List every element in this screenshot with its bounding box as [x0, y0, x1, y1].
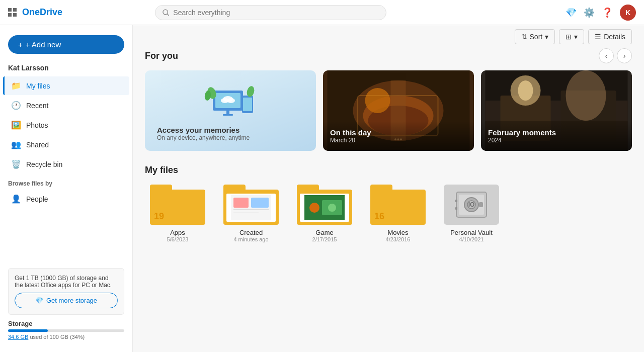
- svg-point-10: [227, 98, 235, 103]
- svg-rect-14: [243, 98, 252, 111]
- folder-created[interactable]: 23 Crea: [218, 185, 284, 242]
- sidebar-item-label: Recycle bin: [26, 160, 62, 168]
- svg-rect-50: [455, 200, 457, 202]
- apps-grid-icon[interactable]: [8, 8, 17, 17]
- folder-game-date: 2/17/2015: [312, 236, 337, 242]
- svg-rect-1: [13, 8, 17, 12]
- settings-icon[interactable]: ⚙️: [584, 7, 595, 18]
- content-area: For you ‹ ›: [133, 48, 644, 254]
- folder-created-preview: [231, 195, 271, 220]
- person-icon: 👤: [11, 194, 21, 204]
- memories-illustration: [203, 80, 258, 121]
- for-you-section-title: For you ‹ ›: [145, 48, 632, 63]
- toolbar: ⇅ Sort ▾ ⊞ ▾ ☰ Details: [133, 25, 644, 48]
- folder-game[interactable]: 6 Game: [292, 185, 357, 242]
- vault-safe-icon: IO: [454, 190, 489, 220]
- storage-section-label: Storage: [8, 320, 124, 327]
- search-input[interactable]: [173, 9, 379, 17]
- details-label: Details: [604, 33, 625, 41]
- view-button[interactable]: ⊞ ▾: [559, 29, 584, 44]
- sidebar-item-my-files[interactable]: 📁 My files: [3, 76, 129, 95]
- vault-icon: IO: [444, 185, 499, 225]
- my-files-section-title: My files: [145, 165, 632, 175]
- avatar[interactable]: K: [620, 5, 636, 21]
- folder-created-name: Created: [239, 229, 263, 236]
- february-moments-card[interactable]: February moments 2024: [481, 70, 632, 151]
- view-chevron-icon: ▾: [574, 33, 578, 41]
- sidebar-item-label: Shared: [26, 141, 49, 149]
- svg-point-4: [163, 10, 168, 15]
- get-storage-label: Get more storage: [46, 297, 97, 304]
- sidebar-bottom: Get 1 TB (1000 GB) of storage and the la…: [0, 262, 132, 346]
- sort-button[interactable]: ⇅ Sort ▾: [515, 29, 555, 44]
- get-storage-button[interactable]: 💎 Get more storage: [15, 293, 118, 308]
- help-icon[interactable]: ❓: [602, 7, 613, 18]
- folder-movies[interactable]: 16 Movies 4/23/2016: [365, 185, 431, 242]
- svg-point-32: [566, 70, 606, 121]
- folder-apps[interactable]: 19 Apps 5/6/2023: [145, 185, 210, 242]
- memories-card[interactable]: Access your memories On any device, anyw…: [145, 70, 316, 151]
- details-icon: ☰: [595, 33, 601, 41]
- folder-game-preview: [304, 195, 345, 220]
- add-new-button[interactable]: + + Add new: [8, 35, 124, 54]
- sidebar-item-photos[interactable]: 🖼️ Photos: [3, 116, 129, 134]
- sidebar-item-label: People: [26, 195, 48, 203]
- folder-icon: 📁: [11, 81, 21, 91]
- sidebar-item-shared[interactable]: 👥 Shared: [3, 135, 129, 154]
- sidebar-item-people[interactable]: 👤 People: [3, 190, 129, 208]
- diamond-icon[interactable]: 💎: [566, 7, 577, 18]
- folder-movies-count: 16: [374, 211, 384, 222]
- folder-created-date: 4 minutes ago: [233, 236, 268, 242]
- folder-game-icon: 6: [297, 185, 352, 225]
- diamond-small-icon: 💎: [35, 297, 43, 304]
- sidebar-item-label: Recent: [26, 102, 48, 110]
- february-subtitle: 2024: [488, 137, 625, 144]
- svg-line-5: [168, 14, 169, 15]
- svg-rect-49: [479, 202, 483, 207]
- svg-rect-11: [226, 111, 229, 115]
- storage-usage-text: 34.6 GB used of 100 GB (34%): [8, 334, 124, 340]
- folder-movies-name: Movies: [387, 229, 408, 236]
- sidebar-item-label: My files: [26, 82, 50, 90]
- sort-chevron-icon: ▾: [545, 33, 548, 41]
- svg-rect-12: [223, 114, 233, 116]
- vault-name: Personal Vault: [450, 229, 493, 236]
- details-button[interactable]: ☰ Details: [588, 29, 632, 44]
- clock-icon: 🕐: [11, 101, 21, 110]
- on-this-day-overlay: On this day March 20: [323, 121, 474, 151]
- search-bar[interactable]: [155, 5, 386, 20]
- february-overlay: February moments 2024: [481, 121, 632, 151]
- on-this-day-card[interactable]: ●●● On this day March 20: [323, 70, 474, 151]
- svg-rect-51: [455, 207, 457, 210]
- storage-promo: Get 1 TB (1000 GB) of storage and the la…: [8, 268, 124, 315]
- search-icon: [163, 9, 169, 16]
- carousel-next-button[interactable]: ›: [617, 48, 632, 63]
- storage-bar-fill: [8, 329, 48, 332]
- carousel-prev-button[interactable]: ‹: [599, 48, 614, 63]
- for-you-title-text: For you: [145, 51, 178, 61]
- folder-personal-vault[interactable]: IO Personal Vault 4/10/2021: [439, 185, 504, 242]
- trash-icon: 🗑️: [11, 159, 21, 169]
- sidebar: + + Add new Kat Larsson 📁 My files 🕐 Rec…: [0, 25, 133, 352]
- storage-used-link[interactable]: 34.6 GB: [8, 334, 28, 340]
- sort-label: Sort: [530, 33, 543, 41]
- svg-rect-2: [8, 13, 12, 17]
- folder-movies-icon: 16: [370, 185, 426, 225]
- photo-icon: 🖼️: [11, 120, 21, 130]
- user-name: Kat Larsson: [0, 62, 132, 76]
- sidebar-item-label: Photos: [26, 121, 48, 129]
- shared-icon: 👥: [11, 140, 21, 149]
- sort-icon: ⇅: [521, 33, 527, 41]
- folder-game-name: Game: [315, 229, 333, 236]
- folder-apps-date: 5/6/2023: [167, 236, 189, 242]
- storage-bar-background: [8, 329, 124, 332]
- add-new-label: + Add new: [26, 40, 61, 49]
- folder-apps-count: 19: [154, 211, 164, 222]
- sidebar-item-recent[interactable]: 🕐 Recent: [3, 96, 129, 115]
- carousel-arrows: ‹ ›: [599, 48, 632, 63]
- svg-point-43: [328, 204, 336, 212]
- sidebar-item-recycle-bin[interactable]: 🗑️ Recycle bin: [3, 155, 129, 173]
- memories-card-title: Access your memories: [157, 126, 250, 134]
- storage-promo-text: Get 1 TB (1000 GB) of storage and the la…: [15, 275, 118, 289]
- for-you-cards: Access your memories On any device, anyw…: [145, 70, 632, 151]
